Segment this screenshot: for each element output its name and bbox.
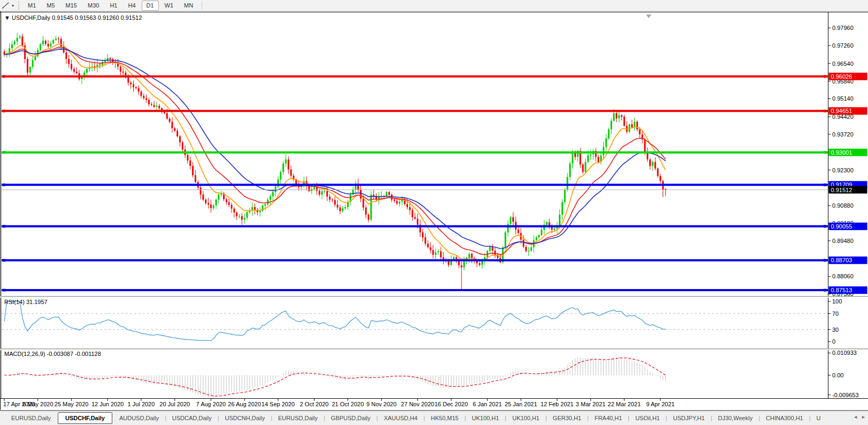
rsi-tick-0: 0 [832,338,835,345]
hline-right-handle[interactable] [824,259,826,262]
hline-0.91709[interactable] [2,184,828,186]
hline-left-handle[interactable] [3,75,5,78]
timeframe-button-W1[interactable]: W1 [160,1,179,11]
svg-text:0.90055: 0.90055 [831,223,852,230]
timeframe-button-H4[interactable]: H4 [123,1,140,11]
hline-right-handle[interactable] [824,225,826,227]
svg-text:0.88703: 0.88703 [831,257,852,263]
chart-tab-USDCHF-Daily[interactable]: USDCHF,Daily [58,412,112,424]
svg-text:0.96026: 0.96026 [831,73,852,80]
date-label: 9 Apr 2021 [646,401,674,407]
hline-price-label-0.96026[interactable]: 0.96026 [829,73,867,80]
chart-tab-UK100-H1[interactable]: UK100,H1 [466,413,505,423]
date-label: 21 Oct 2020 [332,401,364,407]
hline-price-label-0.90055[interactable]: 0.90055 [829,223,867,230]
hline-left-handle[interactable] [3,259,5,262]
hline-0.88703[interactable] [2,259,828,262]
date-label: 14 Sep 2020 [262,401,295,407]
chart-tab-bar: EURUSD,DailyUSDCHF,DailyAUDUSD,Daily|USD… [0,411,868,425]
rsi-tick-100: 100 [832,298,842,305]
date-label: 7 Aug 2020 [196,401,226,407]
timeframe-button-M1[interactable]: M1 [23,1,41,11]
hline-right-handle[interactable] [824,151,826,154]
toolbar-separator [202,2,202,10]
date-label: 20 Jul 2020 [159,401,190,407]
date-label: 2 Oct 2020 [300,401,329,407]
date-label: 9 Nov 2020 [366,401,396,407]
timeframe-button-MN[interactable]: MN [179,1,198,11]
chart-tab-DJ30-Weekly[interactable]: DJ30,Weekly [712,413,759,423]
chart-tab-USDCAD-Daily[interactable]: USDCAD,Daily [166,413,218,423]
price-tick-0.92300: 0.92300 [832,167,854,173]
macd-tick--0.009653: -0.009653 [832,392,859,398]
hline-right-handle[interactable] [824,289,826,292]
hline-0.94651[interactable] [2,110,828,112]
chart-canvas[interactable]: 10070300 0.0109330.00-0.009653 0.979600.… [0,11,868,411]
hline-price-label-0.93001[interactable]: 0.93001 [829,149,867,156]
hline-left-handle[interactable] [3,110,5,112]
price-tick-0.90880: 0.90880 [832,202,854,209]
date-label: 3 Mar 2021 [576,401,606,407]
svg-text:0.94651: 0.94651 [831,108,852,114]
chart-tab-EURUSD-Daily[interactable]: EURUSD,Daily [272,413,324,423]
chart-tab-U[interactable]: U [811,413,827,423]
macd-tick-0.00: 0.00 [832,372,843,378]
price-tick-0.88060: 0.88060 [832,273,854,279]
tab-scroll-right-icon[interactable]: ► [861,414,866,420]
timeframe-button-M30[interactable]: M30 [83,1,104,11]
timeframe-button-D1[interactable]: D1 [142,1,159,11]
timeframe-button-H1[interactable]: H1 [105,1,122,11]
date-label: 1 Jul 2020 [128,401,155,407]
hline-left-handle[interactable] [3,184,5,186]
chart-tab-EURUSD-Daily[interactable]: EURUSD,Daily [5,413,57,423]
hline-price-label-0.87513[interactable]: 0.87513 [829,286,867,294]
cursor-tool-button[interactable]: ▾ [0,0,16,11]
chart-tab-XAUUSD-H4[interactable]: XAUUSD,H4 [378,413,424,423]
hline-right-handle[interactable] [824,184,826,186]
toolbar-grip-handle[interactable] [18,2,19,10]
hline-0.93001[interactable] [2,151,828,154]
hline-price-label-0.88703[interactable]: 0.88703 [829,256,867,264]
chart-tab-USDCNH-Daily[interactable]: USDCNH,Daily [219,413,271,423]
mt4-terminal: ▾ M1M5M15M30H1H4D1W1MN 10070300 0.010933… [0,0,868,425]
date-label: 16 Dec 2020 [434,401,467,407]
current-price-label[interactable]: 0.91512 [829,186,867,194]
chart-tab-AUDUSD-Daily[interactable]: AUDUSD,Daily [113,413,165,423]
timeframe-toolbar: ▾ M1M5M15M30H1H4D1W1MN [0,0,868,11]
timeframe-button-M5[interactable]: M5 [42,1,59,11]
macd-indicator-label: MACD(12,26,9) -0.003087 -0.001128 [4,351,101,357]
hline-left-handle[interactable] [3,289,5,292]
hline-0.90055[interactable] [2,225,828,227]
svg-text:0.91512: 0.91512 [831,187,852,193]
chart-tab-GER30-H1[interactable]: GER30,H1 [547,413,587,423]
hline-right-handle[interactable] [824,110,826,112]
date-label: 6 Jan 2021 [473,401,502,407]
chart-tab-FRA40-H1[interactable]: FRA40,H1 [589,413,628,423]
date-label: 25 May 2020 [55,401,89,407]
hline-0.87513[interactable] [2,289,828,292]
chart-tab-GBPUSD-Daily[interactable]: GBPUSD,Daily [325,413,377,423]
hline-left-handle[interactable] [3,225,5,227]
timeframe-button-M15[interactable]: M15 [61,1,82,11]
rsi-tick-70: 70 [832,310,839,317]
date-label: 12 Jun 2020 [91,401,124,407]
tab-scroll-buttons: ◄ ► [850,414,866,420]
tool-dropdown-caret-icon[interactable]: ▾ [12,3,14,8]
hline-right-handle[interactable] [824,75,826,78]
rsi-indicator-label: RSI(14) 31.1957 [4,299,48,305]
chart-tab-USDJPY-H1[interactable]: USDJPY,H1 [667,413,711,423]
trendline-tool-icon [2,2,10,9]
hline-left-handle[interactable] [3,151,5,154]
hline-0.96026[interactable] [2,75,828,78]
hline-price-label-0.94651[interactable]: 0.94651 [829,107,867,115]
date-label: 6 May 2020 [22,401,53,407]
tab-scroll-left-icon[interactable]: ◄ [853,414,858,420]
chart-tab-HK50-M15[interactable]: HK50,M15 [425,413,465,423]
date-label: 22 Mar 2021 [608,401,641,407]
chart-tab-UK100-H1[interactable]: UK100,H1 [506,413,546,423]
price-tick-0.97260: 0.97260 [832,42,854,49]
rsi-tick-30: 30 [832,327,839,333]
chart-tab-CHINA300-H1[interactable]: CHINA300,H1 [760,413,809,423]
chart-tab-USOil-H1[interactable]: USOil,H1 [629,413,666,423]
timeframe-buttons: M1M5M15M30H1H4D1W1MN [22,1,198,11]
